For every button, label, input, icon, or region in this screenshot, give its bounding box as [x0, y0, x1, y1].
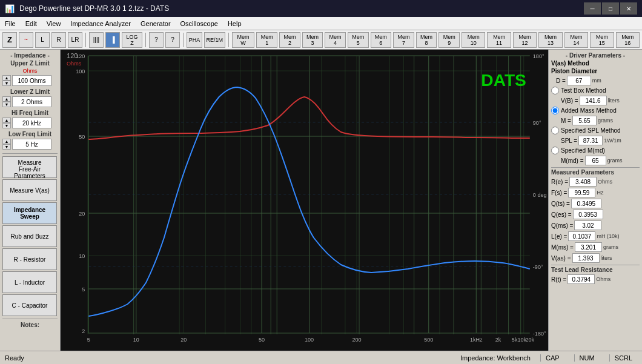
hi-freq-label: Hi Freq Limit: [2, 110, 58, 116]
hi-freq-input[interactable]: [12, 117, 51, 128]
tb-mem2-btn[interactable]: Mem 2: [279, 32, 300, 48]
tb-mem16-btn[interactable]: Mem 16: [616, 32, 640, 48]
menu-file[interactable]: File: [0, 19, 21, 28]
svg-text:10: 10: [133, 337, 139, 343]
window-title: Dego Powerline set DP-MR 3.0 1 2.tzz - D…: [19, 4, 584, 13]
tb-mem12-btn[interactable]: Mem 12: [513, 32, 537, 48]
c-capacitor-btn[interactable]: C - Capacitor: [2, 294, 57, 316]
specified-spl-radio-input[interactable]: [551, 127, 559, 134]
hi-freq-down[interactable]: ▼: [2, 123, 11, 128]
mms-label: M(ms) =: [551, 244, 574, 251]
vas-method-row: V(as) Method: [551, 60, 640, 67]
minimize-button[interactable]: ─: [584, 2, 601, 15]
vb-input[interactable]: [580, 96, 607, 105]
qes-input[interactable]: [573, 210, 603, 219]
tb-mem4-btn[interactable]: Mem 4: [325, 32, 346, 48]
tb-mem1-btn[interactable]: Mem 1: [256, 32, 277, 48]
tb-bar-btn[interactable]: ▐: [105, 32, 120, 48]
qts-input[interactable]: [571, 199, 601, 208]
tb-mem6-btn[interactable]: Mem 6: [371, 32, 392, 48]
tb-mem13-btn[interactable]: Mem 13: [538, 32, 562, 48]
spl-input[interactable]: [578, 136, 603, 145]
svg-text:2k: 2k: [495, 337, 501, 343]
mmd-input[interactable]: [585, 156, 606, 165]
m-input[interactable]: [572, 116, 597, 125]
rt-input[interactable]: [568, 274, 595, 284]
tb-mem8-btn[interactable]: Mem 8: [416, 32, 437, 48]
low-freq-input[interactable]: [12, 139, 51, 150]
re-input[interactable]: [569, 177, 597, 187]
tb-r-btn[interactable]: R: [51, 32, 66, 48]
fs-input[interactable]: [568, 188, 595, 197]
d-input[interactable]: [567, 76, 591, 85]
test-box-radio[interactable]: Test Box Method: [551, 87, 640, 94]
m-label: M =: [561, 117, 571, 124]
toolbar-sep3: [183, 33, 184, 47]
tb-mem10-btn[interactable]: Mem 10: [462, 32, 485, 48]
tb-mem7-btn[interactable]: Mem 7: [393, 32, 414, 48]
svg-text:-90°: -90°: [533, 264, 543, 270]
menu-view[interactable]: View: [42, 19, 66, 28]
tb-sine-btn[interactable]: ~: [19, 32, 33, 48]
lower-z-up[interactable]: ▲: [2, 96, 11, 102]
specified-spl-label: Specified SPL Method: [561, 127, 621, 134]
tb-help1-btn[interactable]: ?: [149, 32, 164, 48]
upper-z-up[interactable]: ▲: [2, 75, 11, 81]
tb-help2-btn[interactable]: ?: [165, 32, 180, 48]
tb-mem5-btn[interactable]: Mem 5: [348, 32, 369, 48]
main-layout: - Impedance - Upper Z Limit Ohms ▲ ▼ Low…: [0, 50, 642, 351]
tb-mem14-btn[interactable]: Mem 14: [564, 32, 588, 48]
measure-vas-btn[interactable]: Measure V(as): [2, 179, 57, 201]
close-button[interactable]: ✕: [620, 2, 637, 15]
specified-spl-radio[interactable]: Specified SPL Method: [551, 127, 640, 134]
low-freq-up[interactable]: ▲: [2, 139, 11, 144]
tb-bars-btn[interactable]: ||||: [89, 32, 104, 48]
svg-text:180°: 180°: [533, 53, 544, 59]
tb-mem3-btn[interactable]: Mem 3: [302, 32, 323, 48]
maximize-button[interactable]: □: [602, 2, 619, 15]
tb-z-btn[interactable]: Z: [2, 32, 17, 48]
hi-freq-up[interactable]: ▲: [2, 117, 11, 123]
rt-unit: Ohms: [596, 276, 611, 282]
vas-input[interactable]: [572, 253, 600, 263]
tb-mem9-btn[interactable]: Mem 9: [438, 32, 460, 48]
low-freq-down[interactable]: ▼: [2, 144, 11, 150]
l-inductor-btn[interactable]: L - Inductor: [2, 271, 57, 293]
specified-mmd-radio-input[interactable]: [551, 147, 559, 154]
tb-re1m-btn[interactable]: RE/1M: [204, 32, 225, 48]
menu-impedance-analyzer[interactable]: Impedance Analyzer: [65, 19, 136, 28]
tb-l-btn[interactable]: L: [35, 32, 50, 48]
specified-mmd-radio[interactable]: Specified M(md): [551, 147, 640, 154]
added-mass-radio[interactable]: Added Mass Method: [551, 107, 640, 114]
lower-z-input[interactable]: [12, 96, 51, 107]
lower-z-down[interactable]: ▼: [2, 102, 11, 107]
upper-z-input[interactable]: [12, 75, 51, 86]
qts-label: Q(ts) =: [551, 200, 570, 207]
impedance-sweep-btn[interactable]: ImpedanceSweep: [2, 202, 57, 224]
tb-mem15-btn[interactable]: Mem 15: [590, 32, 614, 48]
tb-mem11-btn[interactable]: Mem 11: [487, 32, 511, 48]
qms-input[interactable]: [574, 220, 601, 230]
le-input[interactable]: [568, 231, 595, 241]
mms-input[interactable]: [575, 242, 602, 252]
menu-edit[interactable]: Edit: [21, 19, 42, 28]
tb-logz-btn[interactable]: LOG Z: [122, 32, 142, 48]
re-row: R(e) = Ohms: [551, 177, 640, 187]
menu-generator[interactable]: Generator: [136, 19, 176, 28]
rub-buzz-btn[interactable]: Rub and Buzz: [2, 225, 57, 247]
tb-pha-btn[interactable]: PHA: [187, 32, 202, 48]
vas-unit: liters: [601, 255, 612, 261]
svg-text:200: 200: [352, 337, 361, 343]
measure-free-air-btn[interactable]: MeasureFree-AirParameters: [2, 156, 57, 178]
tb-lr-btn[interactable]: LR: [68, 32, 82, 48]
svg-text:5: 5: [82, 286, 85, 293]
fs-row: F(s) = Hz: [551, 188, 640, 197]
menu-oscilloscope[interactable]: Oscilloscope: [176, 19, 223, 28]
r-resistor-btn[interactable]: R - Resistor: [2, 248, 57, 270]
menu-help[interactable]: Help: [223, 19, 247, 28]
svg-text:50: 50: [79, 134, 85, 140]
tb-memw-btn[interactable]: Mem W: [232, 32, 255, 48]
test-box-radio-input[interactable]: [551, 87, 559, 94]
added-mass-radio-input[interactable]: [551, 107, 559, 114]
upper-z-down[interactable]: ▼: [2, 81, 11, 86]
